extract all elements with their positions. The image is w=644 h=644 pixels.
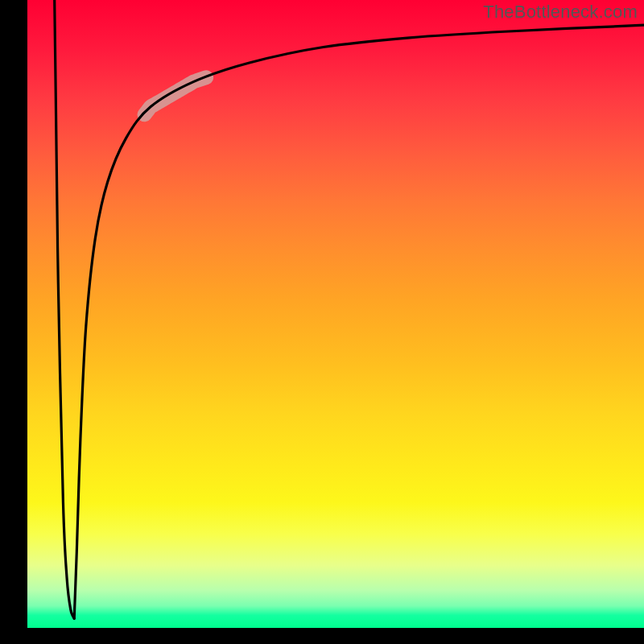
plot-gradient-background: [27, 0, 644, 628]
x-axis: [0, 628, 644, 644]
chart-container: TheBottleneck.com: [0, 0, 644, 644]
watermark-text: TheBottleneck.com: [483, 2, 638, 23]
y-axis: [0, 0, 27, 628]
